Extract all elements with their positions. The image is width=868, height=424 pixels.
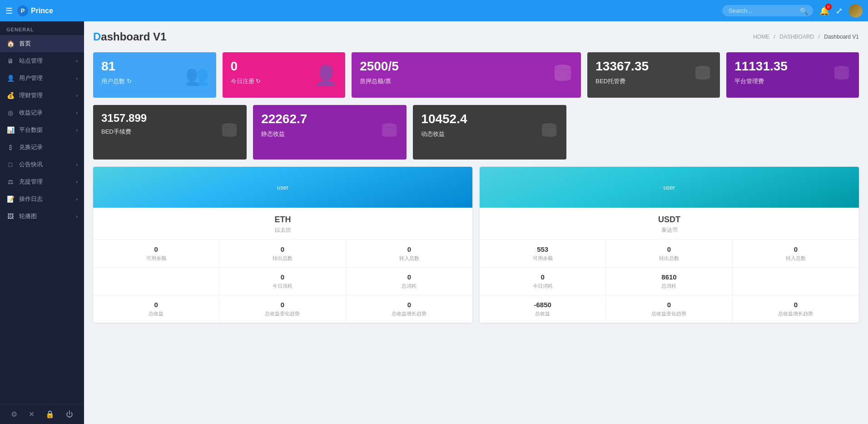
- stat-card-platform-fee: 11131.35 平台管理费: [726, 52, 859, 98]
- nav-label-exchange: 兑换记录: [19, 143, 43, 151]
- logs-icon: 📝: [6, 195, 15, 203]
- eth-stats-row3: 0 总收益 0 总收益变化趋势 0 总收益增长趋势: [93, 295, 472, 323]
- sidebar-item-carousel[interactable]: 🖼 轮播图 ›: [0, 208, 84, 225]
- sidebar-item-withdraw[interactable]: ⚖ 充提管理 ›: [0, 173, 84, 190]
- main-layout: GENERAL 🏠 首页 🖥 站点管理 › 👤 用户管理 › 💰 理财管理 › …: [0, 21, 868, 424]
- power-icon[interactable]: ⏻: [66, 410, 73, 419]
- sidebar-item-exchange[interactable]: ₿ 兑换记录: [0, 139, 84, 156]
- eth-stats-row2: 0 今日消耗 0 总消耗: [93, 267, 472, 295]
- usdt-total-consume: 8610 总消耗: [606, 268, 732, 295]
- sidebar-item-announcement[interactable]: □ 公告快讯 ›: [0, 156, 84, 173]
- dynamic-earnings-icon: [539, 121, 559, 143]
- eth-banner-label: user: [277, 184, 288, 191]
- breadcrumb-dashboard[interactable]: DASHBOARD: [779, 34, 814, 40]
- expand-icon[interactable]: ⤢: [836, 6, 843, 16]
- usdt-available: 553 可用余额: [480, 240, 606, 267]
- sidebar-item-earnings[interactable]: ◎ 收益记录 ›: [0, 104, 84, 121]
- svg-point-5: [542, 123, 556, 128]
- breadcrumb-home[interactable]: HOME: [753, 34, 769, 40]
- chevron-icon: ›: [76, 180, 78, 185]
- chevron-icon: ›: [76, 59, 78, 64]
- sidebar-item-platform[interactable]: 📊 平台数据 ›: [0, 121, 84, 139]
- header-left: ☰ P Prince: [5, 5, 53, 16]
- notification-bell[interactable]: 🔔 0: [819, 6, 829, 16]
- nav-label-home: 首页: [19, 40, 31, 48]
- usdt-stats-row1: 553 可用余额 0 转出总数 0 转入总数: [480, 239, 859, 267]
- usdt-banner-label: user: [664, 184, 675, 191]
- usdt-stats-row2: 0 今日消耗 8610 总消耗: [480, 267, 859, 295]
- usdt-name: USDT: [480, 208, 859, 226]
- eth-total-consume: 0 总消耗: [346, 268, 472, 295]
- stat-card-static-earnings: 22262.7 静态收益: [253, 105, 407, 160]
- usdt-transfer-in: 0 转入总数: [733, 240, 859, 267]
- settings-icon[interactable]: ⚙: [11, 410, 17, 419]
- stat-card-register: 0 今日注册 ↻ 👤: [223, 52, 346, 98]
- lock-icon[interactable]: 🔒: [45, 410, 55, 419]
- eth-transfer-out: 0 转出总数: [219, 240, 346, 267]
- sidebar-bottom: ⚙ ✕ 🔒 ⏻: [0, 404, 84, 424]
- stats-row-1: 81 用户总数 ↻ 👥 0 今日注册 ↻ 👤 2500/5 质押总额/票: [93, 52, 859, 98]
- stat-card-pledge: 2500/5 质押总额/票: [352, 52, 581, 98]
- chevron-icon: ›: [76, 93, 78, 98]
- close-icon[interactable]: ✕: [29, 410, 35, 419]
- register-icon: 👤: [314, 64, 338, 86]
- usdt-banner: user: [480, 167, 859, 208]
- nav-label-announcement: 公告快讯: [19, 160, 43, 169]
- top-header: ☰ P Prince 🔍 🔔 0 ⤢: [0, 0, 868, 21]
- stat-label-dynamic-earnings: 动态收益: [421, 130, 558, 138]
- exchange-icon: ₿: [6, 144, 15, 151]
- nav-label-users: 用户管理: [19, 74, 43, 82]
- svg-point-4: [382, 123, 397, 128]
- app-logo: P Prince: [17, 5, 53, 16]
- wallet-card-usdt: user USDT 泰达币 553 可用余额 0 转出总数 0 转入总数: [480, 167, 859, 323]
- chevron-icon: ›: [76, 214, 78, 219]
- monitor-icon: 🖥: [6, 57, 15, 65]
- nav-label-site: 站点管理: [19, 57, 43, 65]
- title-letter: D: [93, 30, 101, 43]
- bed-fee-icon: [219, 121, 239, 143]
- svg-point-0: [555, 65, 571, 70]
- chevron-icon: ›: [76, 76, 78, 81]
- chevron-icon: ›: [76, 162, 78, 167]
- breadcrumb-current: Dashboard V1: [824, 34, 859, 40]
- eth-subtitle: 以太坊: [93, 226, 472, 234]
- withdraw-icon: ⚖: [6, 178, 15, 185]
- breadcrumb: HOME / DASHBOARD / Dashboard V1: [753, 34, 859, 40]
- eth-earnings-trend: 0 总收益变化趋势: [219, 295, 346, 323]
- chevron-icon: ›: [76, 128, 78, 133]
- sidebar-item-finance[interactable]: 💰 理财管理 ›: [0, 87, 84, 104]
- chevron-icon: ›: [76, 197, 78, 202]
- pledge-icon: [552, 64, 574, 86]
- stat-label-static-earnings: 静态收益: [261, 130, 398, 138]
- avatar[interactable]: [849, 4, 863, 18]
- notification-badge: 0: [825, 4, 832, 10]
- wallet-card-eth: user ETH 以太坊 0 可用余额 0 转出总数 0 转入总数: [93, 167, 472, 323]
- nav-label-carousel: 轮播图: [19, 212, 37, 220]
- stat-card-users: 81 用户总数 ↻ 👥: [93, 52, 216, 98]
- stats-row-2: 3157.899 BED手续费 22262.7 静态收益: [93, 105, 859, 160]
- users-icon: 👥: [185, 64, 209, 86]
- sidebar-item-users[interactable]: 👤 用户管理 ›: [0, 70, 84, 87]
- stat-card-dynamic-earnings: 10452.4 动态收益: [413, 105, 566, 160]
- stat-value-pledge: 2500/5: [360, 60, 573, 74]
- usdt-empty: [733, 268, 859, 295]
- eth-banner: user: [93, 167, 472, 208]
- static-earnings-icon: [379, 121, 399, 143]
- sidebar: GENERAL 🏠 首页 🖥 站点管理 › 👤 用户管理 › 💰 理财管理 › …: [0, 21, 84, 424]
- platform-icon: 📊: [6, 126, 15, 134]
- page-title: Dashboard V1: [93, 30, 166, 43]
- sidebar-item-home[interactable]: 🏠 首页: [0, 35, 84, 52]
- usdt-transfer-out: 0 转出总数: [606, 240, 732, 267]
- eth-total-earnings: 0 总收益: [93, 295, 219, 323]
- chevron-icon: ›: [76, 110, 78, 115]
- eth-earnings-growth: 0 总收益增长趋势: [346, 295, 472, 323]
- hamburger-icon[interactable]: ☰: [5, 6, 13, 16]
- eth-stats-row1: 0 可用余额 0 转出总数 0 转入总数: [93, 239, 472, 267]
- sidebar-item-logs[interactable]: 📝 操作日志 ›: [0, 190, 84, 208]
- sidebar-item-site[interactable]: 🖥 站点管理 ›: [0, 52, 84, 70]
- home-icon: 🏠: [6, 40, 15, 47]
- spacer: [573, 105, 859, 160]
- eth-available: 0 可用余额: [93, 240, 219, 267]
- announcement-icon: □: [6, 161, 15, 168]
- earnings-icon: ◎: [6, 109, 15, 116]
